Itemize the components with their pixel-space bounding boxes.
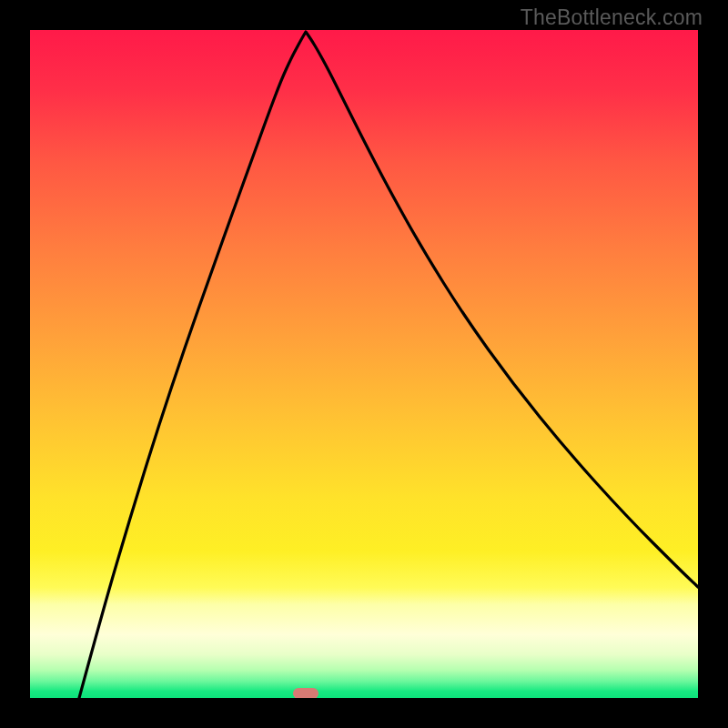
watermark-text: TheBottleneck.com (521, 5, 703, 30)
outer-frame: TheBottleneck.com (0, 0, 728, 728)
bottleneck-curve (30, 30, 698, 698)
bottleneck-marker (293, 688, 318, 698)
plot-area (30, 30, 698, 698)
